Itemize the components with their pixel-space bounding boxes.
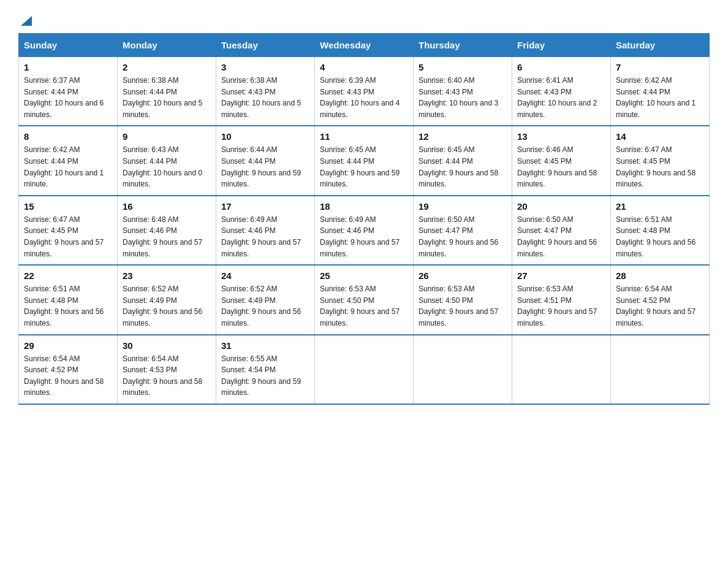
calendar-day-cell: [414, 335, 512, 404]
calendar-week-row: 22Sunrise: 6:51 AMSunset: 4:48 PMDayligh…: [19, 265, 710, 334]
day-sun-info: Sunrise: 6:51 AMSunset: 4:48 PMDaylight:…: [24, 283, 112, 329]
calendar-day-cell: 23Sunrise: 6:52 AMSunset: 4:49 PMDayligh…: [118, 265, 216, 334]
day-number: 18: [320, 201, 408, 212]
calendar-day-cell: 26Sunrise: 6:53 AMSunset: 4:50 PMDayligh…: [414, 265, 512, 334]
day-sun-info: Sunrise: 6:54 AMSunset: 4:53 PMDaylight:…: [123, 353, 211, 399]
day-number: 1: [24, 62, 112, 72]
calendar-day-cell: 29Sunrise: 6:54 AMSunset: 4:52 PMDayligh…: [19, 335, 118, 404]
day-number: 7: [616, 62, 704, 72]
calendar-day-cell: 7Sunrise: 6:42 AMSunset: 4:44 PMDaylight…: [611, 57, 710, 126]
day-sun-info: Sunrise: 6:49 AMSunset: 4:46 PMDaylight:…: [221, 214, 309, 259]
calendar-day-cell: 18Sunrise: 6:49 AMSunset: 4:46 PMDayligh…: [315, 196, 414, 265]
day-number: 5: [419, 62, 507, 72]
day-sun-info: Sunrise: 6:41 AMSunset: 4:43 PMDaylight:…: [517, 75, 605, 120]
day-sun-info: Sunrise: 6:51 AMSunset: 4:48 PMDaylight:…: [616, 214, 704, 259]
day-number: 28: [616, 270, 704, 281]
day-number: 2: [123, 62, 211, 72]
day-sun-info: Sunrise: 6:50 AMSunset: 4:47 PMDaylight:…: [419, 214, 507, 259]
calendar-day-cell: 19Sunrise: 6:50 AMSunset: 4:47 PMDayligh…: [414, 196, 512, 265]
calendar-day-cell: 6Sunrise: 6:41 AMSunset: 4:43 PMDaylight…: [512, 57, 611, 126]
day-number: 29: [24, 340, 112, 351]
calendar-day-cell: 15Sunrise: 6:47 AMSunset: 4:45 PMDayligh…: [19, 196, 118, 265]
day-number: 13: [517, 131, 605, 142]
day-number: 26: [419, 270, 507, 281]
day-of-week-header: Tuesday: [216, 34, 315, 57]
calendar-day-cell: 11Sunrise: 6:45 AMSunset: 4:44 PMDayligh…: [315, 126, 414, 195]
calendar-header: SundayMondayTuesdayWednesdayThursdayFrid…: [19, 34, 710, 57]
day-number: 6: [517, 62, 605, 72]
calendar-body: 1Sunrise: 6:37 AMSunset: 4:44 PMDaylight…: [19, 57, 710, 404]
day-sun-info: Sunrise: 6:37 AMSunset: 4:44 PMDaylight:…: [24, 75, 112, 120]
day-sun-info: Sunrise: 6:48 AMSunset: 4:46 PMDaylight:…: [123, 214, 211, 259]
day-number: 17: [221, 201, 309, 212]
day-number: 11: [320, 131, 408, 142]
day-number: 30: [123, 340, 211, 351]
day-number: 16: [123, 201, 211, 212]
day-number: 23: [123, 270, 211, 281]
day-sun-info: Sunrise: 6:53 AMSunset: 4:50 PMDaylight:…: [419, 283, 507, 329]
day-sun-info: Sunrise: 6:38 AMSunset: 4:43 PMDaylight:…: [221, 75, 309, 120]
calendar-day-cell: 8Sunrise: 6:42 AMSunset: 4:44 PMDaylight…: [19, 126, 118, 195]
day-sun-info: Sunrise: 6:44 AMSunset: 4:44 PMDaylight:…: [221, 144, 309, 190]
day-number: 22: [24, 270, 112, 281]
day-of-week-header: Wednesday: [315, 34, 414, 57]
logo: [18, 12, 33, 27]
day-number: 24: [221, 270, 309, 281]
calendar-week-row: 15Sunrise: 6:47 AMSunset: 4:45 PMDayligh…: [19, 196, 710, 265]
day-sun-info: Sunrise: 6:38 AMSunset: 4:44 PMDaylight:…: [123, 75, 211, 120]
day-sun-info: Sunrise: 6:54 AMSunset: 4:52 PMDaylight:…: [616, 283, 704, 329]
calendar-day-cell: 20Sunrise: 6:50 AMSunset: 4:47 PMDayligh…: [512, 196, 611, 265]
day-of-week-header: Thursday: [414, 34, 512, 57]
calendar-week-row: 8Sunrise: 6:42 AMSunset: 4:44 PMDaylight…: [19, 126, 710, 195]
day-number: 21: [616, 201, 704, 212]
day-number: 15: [24, 201, 112, 212]
calendar-day-cell: 25Sunrise: 6:53 AMSunset: 4:50 PMDayligh…: [315, 265, 414, 334]
calendar-day-cell: 14Sunrise: 6:47 AMSunset: 4:45 PMDayligh…: [611, 126, 710, 195]
day-sun-info: Sunrise: 6:52 AMSunset: 4:49 PMDaylight:…: [221, 283, 309, 329]
day-sun-info: Sunrise: 6:39 AMSunset: 4:43 PMDaylight:…: [320, 75, 408, 120]
day-sun-info: Sunrise: 6:55 AMSunset: 4:54 PMDaylight:…: [221, 353, 309, 399]
day-number: 3: [221, 62, 309, 72]
day-number: 12: [419, 131, 507, 142]
calendar-day-cell: 31Sunrise: 6:55 AMSunset: 4:54 PMDayligh…: [216, 335, 315, 404]
day-sun-info: Sunrise: 6:40 AMSunset: 4:43 PMDaylight:…: [419, 75, 507, 120]
calendar-day-cell: 1Sunrise: 6:37 AMSunset: 4:44 PMDaylight…: [19, 57, 118, 126]
day-sun-info: Sunrise: 6:53 AMSunset: 4:51 PMDaylight:…: [517, 283, 605, 329]
calendar-day-cell: 16Sunrise: 6:48 AMSunset: 4:46 PMDayligh…: [118, 196, 216, 265]
day-sun-info: Sunrise: 6:45 AMSunset: 4:44 PMDaylight:…: [419, 144, 507, 190]
svg-marker-0: [21, 16, 32, 26]
calendar-day-cell: 28Sunrise: 6:54 AMSunset: 4:52 PMDayligh…: [611, 265, 710, 334]
calendar-day-cell: 3Sunrise: 6:38 AMSunset: 4:43 PMDaylight…: [216, 57, 315, 126]
day-sun-info: Sunrise: 6:47 AMSunset: 4:45 PMDaylight:…: [616, 144, 704, 190]
calendar-table: SundayMondayTuesdayWednesdayThursdayFrid…: [18, 33, 710, 405]
page-header: [18, 12, 710, 27]
day-sun-info: Sunrise: 6:43 AMSunset: 4:44 PMDaylight:…: [123, 144, 211, 190]
calendar-day-cell: [512, 335, 611, 404]
logo-icon: [20, 13, 33, 27]
calendar-day-cell: 17Sunrise: 6:49 AMSunset: 4:46 PMDayligh…: [216, 196, 315, 265]
day-number: 25: [320, 270, 408, 281]
day-sun-info: Sunrise: 6:42 AMSunset: 4:44 PMDaylight:…: [616, 75, 704, 120]
calendar-day-cell: 30Sunrise: 6:54 AMSunset: 4:53 PMDayligh…: [118, 335, 216, 404]
day-of-week-header: Monday: [118, 34, 216, 57]
calendar-day-cell: 27Sunrise: 6:53 AMSunset: 4:51 PMDayligh…: [512, 265, 611, 334]
day-sun-info: Sunrise: 6:52 AMSunset: 4:49 PMDaylight:…: [123, 283, 211, 329]
day-sun-info: Sunrise: 6:42 AMSunset: 4:44 PMDaylight:…: [24, 144, 112, 190]
calendar-day-cell: 24Sunrise: 6:52 AMSunset: 4:49 PMDayligh…: [216, 265, 315, 334]
calendar-day-cell: 13Sunrise: 6:46 AMSunset: 4:45 PMDayligh…: [512, 126, 611, 195]
day-number: 19: [419, 201, 507, 212]
day-number: 4: [320, 62, 408, 72]
day-of-week-header: Friday: [512, 34, 611, 57]
calendar-day-cell: 5Sunrise: 6:40 AMSunset: 4:43 PMDaylight…: [414, 57, 512, 126]
day-number: 8: [24, 131, 112, 142]
calendar-day-cell: 10Sunrise: 6:44 AMSunset: 4:44 PMDayligh…: [216, 126, 315, 195]
calendar-day-cell: [611, 335, 710, 404]
calendar-day-cell: 12Sunrise: 6:45 AMSunset: 4:44 PMDayligh…: [414, 126, 512, 195]
day-sun-info: Sunrise: 6:53 AMSunset: 4:50 PMDaylight:…: [320, 283, 408, 329]
day-sun-info: Sunrise: 6:54 AMSunset: 4:52 PMDaylight:…: [24, 353, 112, 399]
calendar-week-row: 29Sunrise: 6:54 AMSunset: 4:52 PMDayligh…: [19, 335, 710, 404]
day-number: 14: [616, 131, 704, 142]
calendar-day-cell: [315, 335, 414, 404]
day-of-week-header: Saturday: [611, 34, 710, 57]
day-number: 27: [517, 270, 605, 281]
